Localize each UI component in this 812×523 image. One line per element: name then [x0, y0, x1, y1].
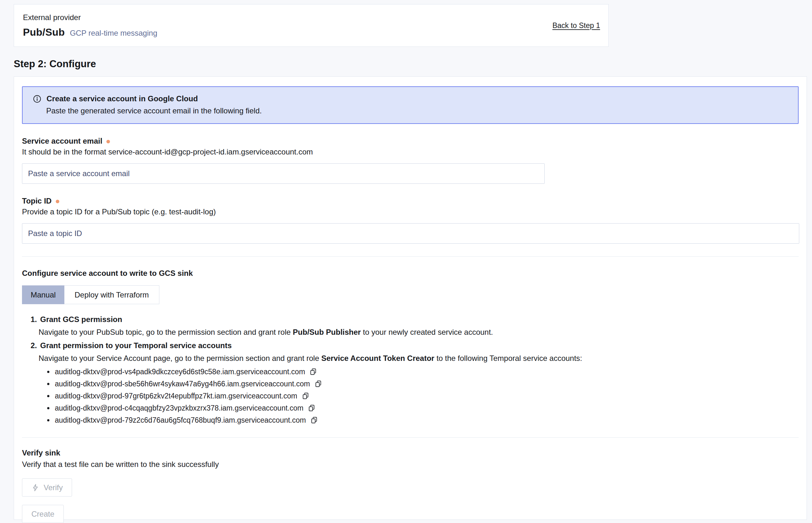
- bullet-icon: [47, 419, 49, 421]
- provider-eyebrow: External provider: [23, 13, 157, 22]
- step-number: 2.: [31, 341, 37, 350]
- bullet-icon: [47, 395, 49, 397]
- step-body: Navigate to your PubSub topic, go to the…: [22, 327, 799, 337]
- list-item: auditlog-dktxv@prod-c4cqaqgbfzy23vpzkbxz…: [47, 403, 799, 413]
- verify-sink-helper: Verify that a test file can be written t…: [22, 460, 799, 469]
- list-item: auditlog-dktxv@prod-sbe56h6wr4sykaw47a6y…: [47, 379, 799, 388]
- bullet-icon: [47, 371, 49, 373]
- info-icon: [33, 95, 41, 103]
- service-email-input[interactable]: [22, 163, 545, 184]
- step-title: Grant permission to your Temporal servic…: [40, 341, 232, 350]
- service-account-email: auditlog-dktxv@prod-97gr6tp6zkv2t4epubff…: [55, 392, 297, 400]
- bullet-icon: [47, 407, 49, 409]
- sink-method-tabs: Manual Deploy with Terraform: [22, 285, 159, 304]
- divider: [22, 437, 799, 438]
- provider-info: External provider Pub/Sub GCP real-time …: [23, 13, 157, 38]
- verify-sink-heading: Verify sink: [22, 449, 799, 457]
- copy-button[interactable]: [311, 416, 318, 424]
- tab-manual[interactable]: Manual: [22, 285, 64, 304]
- provider-title: Pub/Sub: [23, 26, 65, 38]
- step-body-text: to your newly created service account.: [361, 328, 493, 336]
- provider-card: External provider Pub/Sub GCP real-time …: [14, 4, 609, 47]
- tab-deploy-terraform[interactable]: Deploy with Terraform: [64, 285, 159, 304]
- copy-button[interactable]: [310, 368, 317, 376]
- info-alert: Create a service account in Google Cloud…: [22, 86, 799, 124]
- bullet-icon: [47, 383, 49, 385]
- required-dot: [56, 200, 59, 203]
- topic-id-helper: Provide a topic ID for a Pub/Sub topic (…: [22, 208, 799, 216]
- back-to-step-1-link[interactable]: Back to Step 1: [552, 21, 600, 30]
- sink-section-heading: Configure service account to write to GC…: [22, 269, 799, 278]
- role-name: Service Account Token Creator: [321, 354, 434, 362]
- service-account-email: auditlog-dktxv@prod-c4cqaqgbfzy23vpzkbxz…: [55, 404, 303, 413]
- alert-title: Create a service account in Google Cloud: [47, 94, 198, 104]
- step-number: 1.: [31, 315, 37, 324]
- divider: [22, 256, 799, 257]
- step-title: Grant GCS permission: [40, 315, 122, 324]
- service-account-email: auditlog-dktxv@prod-79z2c6d76au6g5fcq768…: [55, 416, 306, 425]
- create-button-label: Create: [31, 510, 54, 519]
- provider-subtitle: GCP real-time messaging: [70, 29, 157, 38]
- required-dot: [106, 140, 110, 143]
- list-item: auditlog-dktxv@prod-97gr6tp6zkv2t4epubff…: [47, 392, 799, 400]
- configure-card: Create a service account in Google Cloud…: [14, 76, 807, 520]
- create-button[interactable]: Create: [22, 505, 64, 523]
- copy-button[interactable]: [308, 404, 316, 412]
- topic-id-input[interactable]: [22, 223, 799, 244]
- service-account-email: auditlog-dktxv@prod-vs4padk9dkczcey6d6st…: [55, 367, 305, 376]
- list-item: auditlog-dktxv@prod-79z2c6d76au6g5fcq768…: [47, 416, 799, 425]
- service-email-helper: It should be in the format service-accou…: [22, 147, 799, 156]
- service-account-email: auditlog-dktxv@prod-sbe56h6wr4sykaw47a6y…: [55, 380, 310, 388]
- step-body-text: Navigate to your Service Account page, g…: [38, 354, 321, 362]
- role-name: Pub/Sub Publisher: [293, 328, 361, 336]
- step-body: Navigate to your Service Account page, g…: [22, 353, 799, 363]
- topic-id-label: Topic ID: [22, 197, 52, 205]
- manual-steps: 1. Grant GCS permission Navigate to your…: [22, 315, 799, 425]
- verify-button-label: Verify: [44, 483, 63, 492]
- verify-button[interactable]: Verify: [22, 479, 72, 497]
- step-grant-temporal-permission: 2. Grant permission to your Temporal ser…: [22, 341, 799, 425]
- copy-button[interactable]: [315, 380, 322, 387]
- service-email-label: Service account email: [22, 137, 102, 146]
- alert-body: Paste the generated service account emai…: [46, 106, 789, 115]
- list-item: auditlog-dktxv@prod-vs4padk9dkczcey6d6st…: [47, 367, 799, 376]
- zap-icon: [31, 484, 39, 492]
- step-body-text: Navigate to your PubSub topic, go to the…: [38, 328, 293, 336]
- service-account-list: auditlog-dktxv@prod-vs4padk9dkczcey6d6st…: [22, 367, 799, 425]
- page-title: Step 2: Configure: [14, 58, 96, 70]
- step-grant-gcs-permission: 1. Grant GCS permission Navigate to your…: [22, 315, 799, 337]
- step-body-text: to the following Temporal service accoun…: [434, 354, 582, 362]
- copy-button[interactable]: [302, 392, 310, 400]
